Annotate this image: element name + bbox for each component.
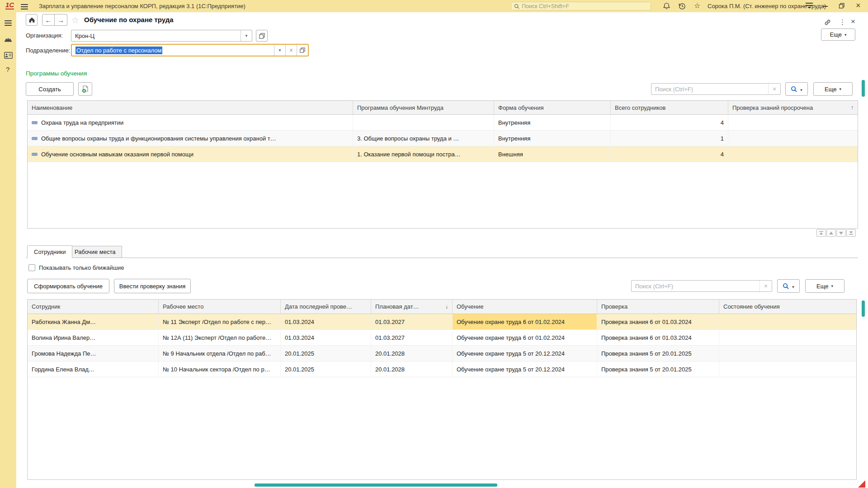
tab-panel-divider [26,258,858,258]
home-button[interactable] [26,14,38,26]
col-header-check[interactable]: Проверка [597,300,719,314]
enter-knowledge-check-label: Ввести проверку знания [119,283,186,290]
org-field[interactable]: Крон-Ц [71,30,252,42]
programs-section-label: Программы обучения [26,70,87,77]
notifications-bell-icon[interactable] [663,2,670,10]
form-more-button[interactable]: Еще [821,28,855,41]
move-down-button[interactable] [836,229,846,237]
form-more-label: Еще [830,31,842,38]
org-choose-button[interactable] [256,30,268,42]
employees-table-header: Сотрудник Рабочее место Дата последней п… [28,300,856,314]
employees-more-button[interactable]: Еще [805,279,844,293]
create-by-copy-button[interactable] [78,82,92,96]
search-icon [783,283,789,290]
dept-field[interactable]: Отдел по работе с персоналом × [71,44,309,56]
org-value: Крон-Ц [71,30,241,41]
enter-knowledge-check-button[interactable]: Ввести проверку знания [114,279,191,293]
col-header-last-check[interactable]: Дата последней прове… [281,300,371,314]
dept-dropdown-icon[interactable] [274,45,285,56]
employees-search: × [631,280,772,292]
lower-vertical-scrollbar-thumb[interactable] [862,300,865,317]
search-icon [514,4,519,9]
generate-training-button[interactable]: Сформировать обучение [27,279,109,293]
program-row-selected[interactable]: Обучение основным навыкам оказания перво… [28,146,858,162]
help-icon[interactable]: ? [6,66,9,73]
programs-search-clear-icon[interactable]: × [768,84,780,94]
employees-more-label: Еще [816,283,828,290]
employee-row[interactable]: Волина Ирина Валер… № 12А (11) Эксперт /… [28,330,856,346]
col-header-training[interactable]: Обучение [453,300,597,314]
employees-search-clear-icon[interactable]: × [760,281,772,291]
minimize-button[interactable] [823,6,828,7]
close-window-button[interactable]: × [856,2,861,9]
current-cell: Обучение охране труда 6 от 01.02.2024 [453,314,597,329]
back-button[interactable]: ← [42,14,55,26]
col-header-state[interactable]: Состояние обучения [719,300,856,314]
dept-clear-icon[interactable]: × [285,45,297,56]
employees-search-input[interactable] [632,281,760,291]
horizontal-scrollbar-thumb[interactable] [255,483,497,487]
col-header-overdue[interactable]: Проверка знаний просрочена↑ [728,101,858,114]
service-menu-icon[interactable] [806,3,813,9]
nearest-only-checkbox[interactable] [28,264,35,271]
favorites-star-icon[interactable]: ☆ [694,1,700,10]
move-top-button[interactable] [816,229,826,237]
org-label: Организация: [26,32,63,39]
item-icon [32,153,38,156]
favorite-page-star-icon[interactable]: ☆ [71,15,79,25]
program-row[interactable]: Охрана труда на предприятии Внутренняя 4 [28,115,858,131]
id-card-icon[interactable] [4,52,13,59]
programs-more-label: Еще [825,86,836,93]
employee-row-selected[interactable]: Работкина Жанна Дм… № 11 Эксперт /Отдел … [28,314,856,330]
history-icon[interactable] [678,2,686,10]
programs-table: Наименование Программа обучения Минтруда… [27,100,858,229]
restore-button[interactable] [839,3,845,9]
forward-button[interactable]: → [55,14,67,26]
choose-list-icon [259,33,265,39]
programs-search-settings-button[interactable] [785,82,808,96]
col-header-total[interactable]: Всего сотрудников [611,101,728,114]
dept-value: Отдел по работе с персоналом [75,47,162,54]
col-header-name[interactable]: Наименование [28,101,353,114]
employee-row[interactable]: Громова Надежда Пе… № 9 Начальник отдела… [28,346,856,361]
kebab-menu-icon[interactable]: ⋮ [839,18,846,26]
move-up-button[interactable] [826,229,836,237]
col-header-planned[interactable]: Плановая дат…↓ [371,300,453,314]
nav-history-group: ← → [42,14,67,26]
tab-employees[interactable]: Сотрудники [27,245,72,258]
col-header-workplace[interactable]: Рабочее место [159,300,281,314]
dept-choose-button[interactable] [297,45,308,56]
col-header-form[interactable]: Форма обучения [494,101,611,114]
org-dropdown-icon[interactable] [241,30,252,41]
program-row[interactable]: Общие вопросы охраны труда и функциониро… [28,131,858,146]
home-icon [28,17,35,23]
create-label: Создать [38,86,61,93]
create-button[interactable]: Создать [26,82,74,96]
safety-helmet-icon[interactable] [4,36,12,43]
row-reorder-buttons [816,229,856,237]
move-bottom-button[interactable] [846,229,856,237]
nearest-only-checkbox-row: Показывать только ближайшие [28,264,124,271]
tab-workplaces-label: Рабочие места [75,249,115,255]
sections-menu-icon[interactable] [5,19,12,27]
programs-search-input[interactable] [651,84,768,94]
main-menu-icon[interactable] [21,3,28,11]
employees-search-settings-button[interactable] [777,279,800,293]
col-header-program[interactable]: Программа обучения Минтруда [353,101,494,114]
employees-table: Сотрудник Рабочее место Дата последней п… [27,299,857,480]
left-panel: ? [0,12,16,488]
programs-more-button[interactable]: Еще [813,82,853,96]
close-form-icon[interactable]: × [851,17,855,26]
global-search-input[interactable]: Поиск Ctrl+Shift+F [511,2,651,10]
corner-data-marker [858,480,865,488]
tab-workplaces[interactable]: Рабочие места [68,246,122,258]
employee-row[interactable]: Гордина Елена Влад… № 10 Начальник секто… [28,361,856,377]
col-header-employee[interactable]: Сотрудник [28,300,159,314]
document-add-icon [82,85,89,93]
sort-asc-icon: ↑ [851,104,854,111]
window-titlebar: 1С Зарплата и управление персоналом КОРП… [0,0,868,12]
get-link-icon[interactable] [824,19,831,26]
nearest-only-label: Показывать только ближайшие [39,264,124,271]
upper-vertical-scrollbar-thumb[interactable] [862,80,865,97]
item-icon [32,137,38,140]
